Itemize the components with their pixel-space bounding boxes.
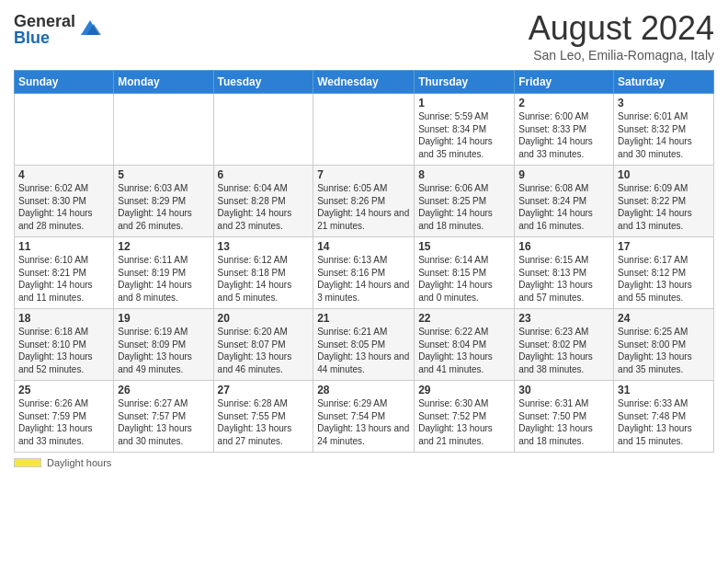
calendar-cell: 12Sunrise: 6:11 AM Sunset: 8:19 PM Dayli… xyxy=(114,237,213,309)
calendar-cell: 7Sunrise: 6:05 AM Sunset: 8:26 PM Daylig… xyxy=(313,166,415,237)
logo-icon xyxy=(77,15,103,40)
weekday-header-tuesday: Tuesday xyxy=(213,71,313,94)
month-title: August 2024 xyxy=(529,9,714,48)
header: General Blue August 2024 San Leo, Emilia… xyxy=(14,9,714,63)
day-number: 19 xyxy=(118,312,209,325)
week-row-3: 11Sunrise: 6:10 AM Sunset: 8:21 PM Dayli… xyxy=(15,237,714,309)
day-number: 12 xyxy=(118,240,209,253)
day-info: Sunrise: 6:31 AM Sunset: 7:50 PM Dayligh… xyxy=(518,397,609,447)
calendar-cell: 1Sunrise: 5:59 AM Sunset: 8:34 PM Daylig… xyxy=(415,94,515,166)
daylight-swatch xyxy=(14,458,41,467)
calendar-cell: 25Sunrise: 6:26 AM Sunset: 7:59 PM Dayli… xyxy=(15,381,114,453)
day-info: Sunrise: 6:33 AM Sunset: 7:48 PM Dayligh… xyxy=(618,397,710,447)
day-number: 18 xyxy=(18,312,109,325)
day-info: Sunrise: 6:10 AM Sunset: 8:21 PM Dayligh… xyxy=(18,254,109,304)
weekday-header-saturday: Saturday xyxy=(614,71,714,94)
daylight-label: Daylight hours xyxy=(47,457,111,468)
calendar-cell: 19Sunrise: 6:19 AM Sunset: 8:09 PM Dayli… xyxy=(114,309,213,381)
day-info: Sunrise: 6:06 AM Sunset: 8:25 PM Dayligh… xyxy=(418,182,510,232)
week-row-2: 4Sunrise: 6:02 AM Sunset: 8:30 PM Daylig… xyxy=(15,166,714,237)
day-info: Sunrise: 6:28 AM Sunset: 7:55 PM Dayligh… xyxy=(218,397,310,447)
day-number: 11 xyxy=(18,240,109,253)
calendar-cell: 14Sunrise: 6:13 AM Sunset: 8:16 PM Dayli… xyxy=(313,237,415,309)
calendar-cell: 29Sunrise: 6:30 AM Sunset: 7:52 PM Dayli… xyxy=(415,381,515,453)
calendar-cell: 27Sunrise: 6:28 AM Sunset: 7:55 PM Dayli… xyxy=(213,381,313,453)
day-info: Sunrise: 6:22 AM Sunset: 8:04 PM Dayligh… xyxy=(418,326,510,375)
footer: Daylight hours xyxy=(14,457,714,468)
day-number: 16 xyxy=(518,240,609,253)
day-info: Sunrise: 6:01 AM Sunset: 8:32 PM Dayligh… xyxy=(618,110,710,160)
calendar-cell: 23Sunrise: 6:23 AM Sunset: 8:02 PM Dayli… xyxy=(515,309,614,381)
day-info: Sunrise: 6:27 AM Sunset: 7:57 PM Dayligh… xyxy=(118,397,209,447)
calendar-cell: 16Sunrise: 6:15 AM Sunset: 8:13 PM Dayli… xyxy=(515,237,614,309)
calendar-cell: 17Sunrise: 6:17 AM Sunset: 8:12 PM Dayli… xyxy=(614,237,714,309)
week-row-4: 18Sunrise: 6:18 AM Sunset: 8:10 PM Dayli… xyxy=(15,309,714,381)
day-number: 17 xyxy=(618,240,710,253)
calendar-cell: 4Sunrise: 6:02 AM Sunset: 8:30 PM Daylig… xyxy=(15,166,114,237)
week-row-5: 25Sunrise: 6:26 AM Sunset: 7:59 PM Dayli… xyxy=(15,381,714,453)
day-number: 22 xyxy=(418,312,510,325)
day-number: 14 xyxy=(317,240,410,253)
calendar-cell: 24Sunrise: 6:25 AM Sunset: 8:00 PM Dayli… xyxy=(614,309,714,381)
calendar-cell: 15Sunrise: 6:14 AM Sunset: 8:15 PM Dayli… xyxy=(415,237,515,309)
calendar-table: SundayMondayTuesdayWednesdayThursdayFrid… xyxy=(14,70,714,453)
calendar-cell: 21Sunrise: 6:21 AM Sunset: 8:05 PM Dayli… xyxy=(313,309,415,381)
day-info: Sunrise: 6:08 AM Sunset: 8:24 PM Dayligh… xyxy=(518,182,609,232)
day-number: 2 xyxy=(518,97,609,109)
day-number: 10 xyxy=(618,168,710,181)
day-number: 26 xyxy=(118,384,209,396)
calendar-cell: 6Sunrise: 6:04 AM Sunset: 8:28 PM Daylig… xyxy=(213,166,313,237)
location: San Leo, Emilia-Romagna, Italy xyxy=(529,48,714,63)
calendar-cell: 31Sunrise: 6:33 AM Sunset: 7:48 PM Dayli… xyxy=(614,381,714,453)
calendar-cell: 30Sunrise: 6:31 AM Sunset: 7:50 PM Dayli… xyxy=(515,381,614,453)
day-info: Sunrise: 5:59 AM Sunset: 8:34 PM Dayligh… xyxy=(418,110,510,160)
logo-general: General xyxy=(14,13,75,29)
day-number: 25 xyxy=(18,384,109,396)
calendar-cell: 28Sunrise: 6:29 AM Sunset: 7:54 PM Dayli… xyxy=(313,381,415,453)
day-info: Sunrise: 6:05 AM Sunset: 8:26 PM Dayligh… xyxy=(317,182,410,232)
day-number: 5 xyxy=(118,168,209,181)
weekday-header-thursday: Thursday xyxy=(415,71,515,94)
day-info: Sunrise: 6:17 AM Sunset: 8:12 PM Dayligh… xyxy=(618,254,710,304)
day-info: Sunrise: 6:26 AM Sunset: 7:59 PM Dayligh… xyxy=(18,397,109,447)
weekday-header-row: SundayMondayTuesdayWednesdayThursdayFrid… xyxy=(15,71,714,94)
day-info: Sunrise: 6:14 AM Sunset: 8:15 PM Dayligh… xyxy=(418,254,510,304)
calendar-cell: 26Sunrise: 6:27 AM Sunset: 7:57 PM Dayli… xyxy=(114,381,213,453)
day-number: 24 xyxy=(618,312,710,325)
calendar-cell: 2Sunrise: 6:00 AM Sunset: 8:33 PM Daylig… xyxy=(515,94,614,166)
calendar-cell: 18Sunrise: 6:18 AM Sunset: 8:10 PM Dayli… xyxy=(15,309,114,381)
day-number: 9 xyxy=(518,168,609,181)
page: General Blue August 2024 San Leo, Emilia… xyxy=(0,0,728,477)
day-info: Sunrise: 6:11 AM Sunset: 8:19 PM Dayligh… xyxy=(118,254,209,304)
day-number: 15 xyxy=(418,240,510,253)
weekday-header-monday: Monday xyxy=(114,71,213,94)
day-number: 7 xyxy=(317,168,410,181)
day-info: Sunrise: 6:21 AM Sunset: 8:05 PM Dayligh… xyxy=(317,326,410,375)
day-info: Sunrise: 6:19 AM Sunset: 8:09 PM Dayligh… xyxy=(118,326,209,375)
calendar-cell xyxy=(114,94,213,166)
calendar-cell: 3Sunrise: 6:01 AM Sunset: 8:32 PM Daylig… xyxy=(614,94,714,166)
weekday-header-sunday: Sunday xyxy=(15,71,114,94)
day-info: Sunrise: 6:03 AM Sunset: 8:29 PM Dayligh… xyxy=(118,182,209,232)
day-info: Sunrise: 6:00 AM Sunset: 8:33 PM Dayligh… xyxy=(518,110,609,160)
calendar-cell xyxy=(15,94,114,166)
calendar-cell xyxy=(213,94,313,166)
day-info: Sunrise: 6:02 AM Sunset: 8:30 PM Dayligh… xyxy=(18,182,109,232)
day-number: 1 xyxy=(418,97,510,109)
day-info: Sunrise: 6:12 AM Sunset: 8:18 PM Dayligh… xyxy=(218,254,310,304)
day-number: 20 xyxy=(218,312,310,325)
day-number: 30 xyxy=(518,384,609,396)
weekday-header-friday: Friday xyxy=(515,71,614,94)
logo: General Blue xyxy=(14,13,103,46)
day-number: 27 xyxy=(218,384,310,396)
day-info: Sunrise: 6:15 AM Sunset: 8:13 PM Dayligh… xyxy=(518,254,609,304)
title-block: August 2024 San Leo, Emilia-Romagna, Ita… xyxy=(529,9,714,63)
calendar-cell: 5Sunrise: 6:03 AM Sunset: 8:29 PM Daylig… xyxy=(114,166,213,237)
logo-text: General Blue xyxy=(14,13,75,46)
week-row-1: 1Sunrise: 5:59 AM Sunset: 8:34 PM Daylig… xyxy=(15,94,714,166)
day-info: Sunrise: 6:29 AM Sunset: 7:54 PM Dayligh… xyxy=(317,397,410,447)
calendar-cell: 11Sunrise: 6:10 AM Sunset: 8:21 PM Dayli… xyxy=(15,237,114,309)
day-number: 29 xyxy=(418,384,510,396)
weekday-header-wednesday: Wednesday xyxy=(313,71,415,94)
day-number: 6 xyxy=(218,168,310,181)
